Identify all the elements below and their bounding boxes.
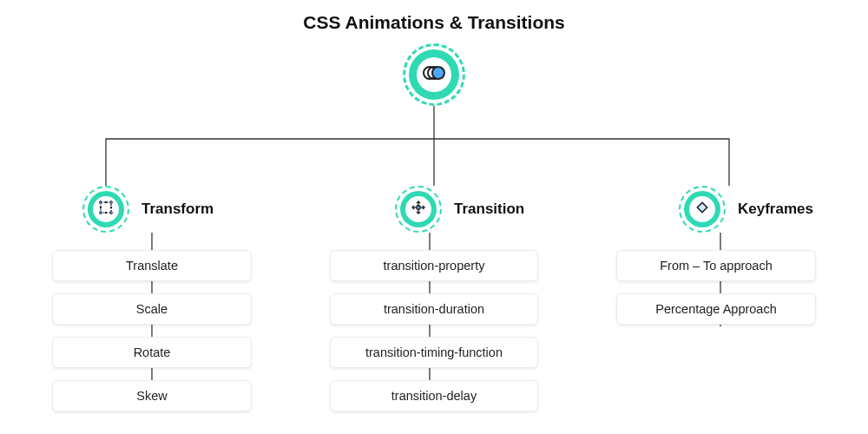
leaf-item: transition-delay	[330, 380, 538, 411]
leaf-item: Rotate	[52, 337, 252, 368]
svg-point-15	[110, 212, 113, 214]
svg-rect-25	[697, 202, 707, 212]
svg-point-12	[100, 201, 102, 204]
branch-label: Transform	[141, 201, 214, 218]
svg-rect-11	[101, 202, 111, 213]
leaf-item: From – To approach	[616, 250, 816, 281]
expand-arrows-icon	[411, 200, 426, 219]
svg-point-14	[100, 212, 102, 214]
svg-point-18	[100, 207, 102, 208]
diamond-keyframe-icon	[694, 200, 710, 219]
cascade-icon	[422, 64, 446, 85]
leaf-item: transition-timing-function	[330, 337, 538, 368]
svg-point-17	[105, 212, 107, 214]
branch-label: Keyframes	[738, 201, 813, 218]
svg-point-13	[110, 201, 113, 204]
leaf-item: Scale	[52, 293, 252, 325]
diagram-title: CSS Animations & Transitions	[0, 12, 868, 33]
branch-label: Transition	[454, 201, 524, 218]
svg-point-20	[417, 206, 420, 209]
grid-transform-icon	[98, 200, 114, 219]
leaf-item: Translate	[52, 250, 252, 281]
svg-point-16	[105, 201, 107, 203]
svg-point-10	[432, 67, 444, 79]
leaf-item: Skew	[52, 380, 252, 411]
svg-point-19	[110, 207, 112, 208]
leaf-item: transition-duration	[330, 293, 538, 325]
leaf-item: transition-property	[330, 250, 538, 281]
leaf-item: Percentage Approach	[616, 293, 816, 325]
root-node	[403, 43, 465, 106]
